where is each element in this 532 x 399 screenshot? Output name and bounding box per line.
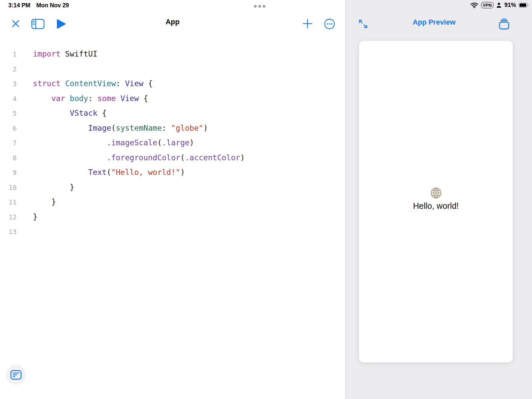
running-app-content: Hello, world! [413,186,459,211]
document-title: App [0,18,345,26]
code-text [17,65,33,73]
code-text: .imageScale(.large) [17,138,194,147]
line-number: 8 [0,151,17,166]
globe-icon [429,186,443,200]
code-line[interactable]: 7 .imageScale(.large) [0,135,345,150]
status-date: Mon Nov 29 [36,2,69,9]
code-text: import SwiftUI [17,50,97,58]
vpn-badge: VPN [481,2,493,8]
battery-icon [519,3,529,8]
line-number: 11 [0,195,17,210]
line-number: 12 [0,210,17,225]
add-button[interactable] [302,18,313,29]
app-gallery-icon [498,18,510,30]
swift-playgrounds-window: 3:14 PMMon Nov 29 [0,0,532,399]
code-text: struct ContentView: View { [17,79,153,88]
user-icon [496,2,502,8]
window-drag-handle[interactable] [254,5,265,8]
code-text: .foregroundColor(.accentColor) [17,153,245,162]
line-number: 10 [0,180,17,195]
line-number: 2 [0,62,17,77]
code-line[interactable]: 1import SwiftUI [0,47,345,62]
battery-percent: 91% [504,2,516,9]
line-number: 7 [0,136,17,151]
status-bar-left: 3:14 PMMon Nov 29 [8,2,69,9]
status-bar-right: VPN 91% [470,2,529,9]
code-line[interactable]: 5 VStack { [0,106,345,121]
preview-toolbar: App Preview [345,14,532,33]
code-line[interactable]: 3struct ContentView: View { [0,76,345,91]
code-line[interactable]: 9 Text("Hello, world!") [0,165,345,180]
app-gallery-button[interactable] [498,18,510,30]
code-line[interactable]: 8 .foregroundColor(.accentColor) [0,150,345,165]
app-preview-pane: VPN 91% App Preview [345,0,532,399]
add-icon [302,18,313,29]
line-number: 5 [0,106,17,121]
code-line[interactable]: 13 [0,224,345,239]
line-number: 4 [0,91,17,106]
drag-handle-icon [254,5,257,8]
clock-time: 3:14 PM [8,2,30,9]
app-preview-card: Hello, world! [359,41,513,362]
line-number: 9 [0,165,17,180]
code-line[interactable]: 4 var body: some View { [0,91,345,106]
code-text: Image(systemName: "globe") [17,124,208,132]
code-line[interactable]: 6 Image(systemName: "globe") [0,121,345,136]
code-line[interactable]: 12} [0,209,345,224]
code-editor-pane: 3:14 PMMon Nov 29 [0,0,345,399]
code-line[interactable]: 11 } [0,195,345,209]
console-icon [10,370,22,380]
more-options-button[interactable] [324,18,335,30]
code-line[interactable]: 2 [0,62,345,76]
code-text: } [17,212,38,221]
code-text: Text("Hello, world!") [17,168,185,177]
hello-world-text: Hello, world! [413,201,459,211]
drag-handle-icon [258,5,261,8]
drag-handle-icon [263,5,265,8]
line-number: 3 [0,76,17,91]
line-number: 13 [0,224,17,239]
line-number: 6 [0,121,17,136]
code-line[interactable]: 10 } [0,180,345,195]
code-text [17,227,33,236]
wifi-icon [470,2,478,8]
code-editor[interactable]: 1import SwiftUI23struct ContentView: Vie… [0,47,345,239]
preview-title: App Preview [345,18,523,27]
code-text: } [17,198,56,206]
code-text: VStack { [17,109,107,117]
code-text: } [17,183,74,192]
code-text: var body: some View { [17,94,148,103]
line-number: 1 [0,47,17,62]
console-button[interactable] [6,365,26,385]
more-icon [324,18,335,30]
editor-toolbar: App [0,14,345,33]
